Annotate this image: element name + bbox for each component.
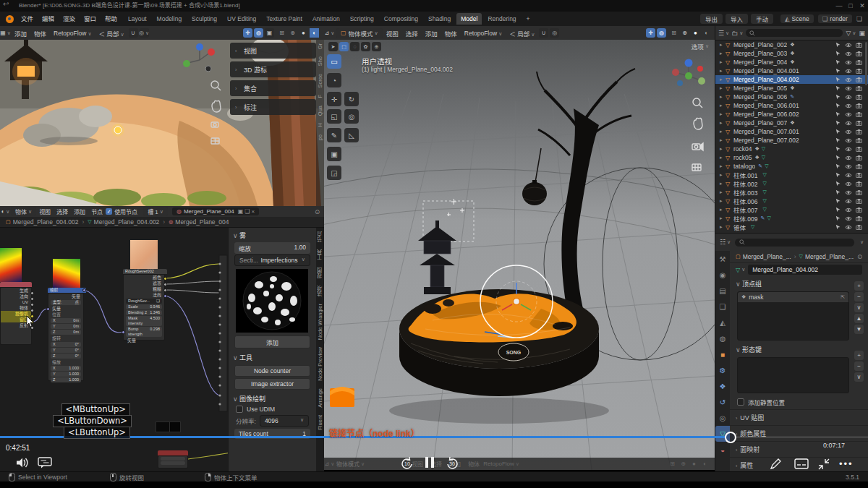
workspace-tab[interactable]: Scripting — [346, 13, 378, 25]
side-tab[interactable]: 选项 — [316, 282, 324, 300]
selectable-icon[interactable] — [835, 198, 841, 204]
topbar-action-button[interactable]: 导入 — [726, 14, 748, 24]
material-shading-icon[interactable]: ● — [299, 28, 308, 38]
outliner-row[interactable]: ▸ ▽ rock05 — [715, 153, 868, 162]
rest-position-checkbox[interactable]: 添加静置位置 — [730, 395, 868, 409]
library-panel-header[interactable]: ∨ 雾 — [229, 228, 316, 241]
node-editor-menu-item[interactable]: 添加 — [71, 207, 88, 215]
expand-caret-icon[interactable]: ▸ — [720, 111, 726, 117]
tab-object[interactable]: ■ — [715, 346, 730, 362]
render-camera-icon[interactable] — [856, 60, 862, 65]
expand-caret-icon[interactable]: ▸ — [720, 68, 726, 74]
render-camera-icon[interactable] — [856, 164, 862, 169]
minimize-button[interactable]: — — [833, 0, 845, 12]
topbar-menu-item[interactable]: 渲染 — [59, 12, 80, 26]
selectable-icon[interactable] — [835, 77, 841, 82]
value-slider[interactable]: X0m — [51, 318, 81, 323]
selectable-icon[interactable] — [835, 172, 841, 178]
render-camera-icon[interactable] — [856, 43, 862, 48]
note-pencil-icon[interactable] — [769, 458, 782, 471]
value-slider[interactable]: Z0° — [51, 354, 81, 359]
selectable-icon[interactable] — [835, 137, 841, 143]
breadcrumb-object[interactable]: Merged_Plane_004.002 — [13, 218, 79, 226]
selectable-icon[interactable] — [835, 155, 841, 160]
outliner-row[interactable]: ▸ ▽ Merged_Plane_006.001 — [715, 101, 868, 110]
udim-checkbox[interactable]: Use UDIM — [229, 405, 316, 414]
mapping-node-header[interactable]: 映射 — [48, 288, 86, 293]
outliner-row[interactable]: ▸ ▽ Merged_Plane_007 — [715, 119, 868, 127]
side-tab[interactable]: 工具 — [316, 246, 324, 264]
object-name[interactable]: 柱体.009 — [733, 214, 758, 223]
render-camera-icon[interactable] — [856, 199, 862, 204]
remove-button[interactable]: − — [854, 361, 864, 371]
volume-icon[interactable] — [16, 457, 29, 468]
tweak-tool-icon[interactable]: ➤ — [328, 42, 338, 51]
copy-icon[interactable]: ❏ — [244, 208, 250, 215]
texcoord-node-header[interactable] — [0, 282, 32, 287]
editor-type-icon[interactable]: ☷∨ — [720, 239, 731, 246]
view-layer-selector[interactable]: ❏ render — [818, 14, 852, 23]
viewport-menu-item[interactable]: 物体 — [441, 29, 461, 38]
shader-type-dropdown[interactable]: 物体∨ — [11, 207, 36, 216]
remove-button[interactable]: − — [854, 292, 864, 301]
close-button[interactable]: ✕ — [856, 0, 868, 12]
object-name[interactable]: Merged_Plane_007 — [733, 119, 787, 127]
viewport-menu-item[interactable]: 视图 — [383, 29, 402, 38]
select-circle-tool-icon[interactable]: ◌ — [350, 42, 359, 51]
workspace-tab[interactable]: Texture Paint — [262, 13, 307, 25]
breadcrumb-data[interactable]: Merged_Plane_004.002 — [94, 218, 160, 226]
pin-icon[interactable]: ⊙ — [857, 253, 862, 260]
side-tab[interactable]: Fluent — [317, 411, 323, 434]
expand-caret-icon[interactable]: ▸ — [720, 85, 726, 91]
outliner-row[interactable]: ▸ ▽ 柱体.002 — [715, 179, 868, 188]
npanel-section[interactable]: ›标注 — [230, 99, 316, 115]
collapsed-panel[interactable]: ›UV 贴图 — [730, 409, 868, 425]
orientation-dropdown[interactable]: ＜ 局部∨ — [506, 29, 538, 38]
wireframe-shading-icon[interactable]: ⊞ — [277, 28, 286, 38]
selectable-icon[interactable] — [835, 215, 841, 221]
expand-caret-icon[interactable]: ▸ — [720, 181, 726, 187]
render-camera-icon[interactable] — [856, 77, 862, 82]
side-tab[interactable]: 节点 — [316, 228, 324, 246]
group-input-slider[interactable]: Bump strength0.298 — [126, 327, 162, 337]
add-texture-button[interactable]: 添加 — [234, 335, 310, 348]
visibility-eye-icon[interactable] — [845, 138, 852, 143]
value-slider[interactable]: Y1.000 — [51, 372, 81, 377]
side-tab[interactable]: Sho — [317, 53, 323, 69]
blender-logo-icon[interactable] — [6, 15, 14, 23]
lock-icon[interactable]: ⇱ — [841, 294, 845, 300]
orientation-dropdown[interactable]: ＜ 局部∨ — [95, 29, 128, 38]
outliner-search-input[interactable] — [746, 29, 843, 37]
navigation-gizmo[interactable] — [671, 59, 706, 93]
node-output-socket[interactable]: 遮罩 — [124, 281, 164, 286]
workspace-tab[interactable]: Modeling — [153, 13, 187, 25]
workspace-tab[interactable]: Sculpting — [187, 13, 221, 25]
new-view-layer-icon[interactable]: ❏ — [856, 15, 862, 22]
vector-output[interactable]: 矢量 — [48, 294, 83, 299]
object-name[interactable]: rock04 — [733, 145, 752, 153]
options-dropdown[interactable]: 选项∨ — [692, 42, 709, 51]
transform-tool[interactable]: ◎ — [344, 109, 359, 124]
render-camera-icon[interactable] — [856, 112, 862, 117]
object-name[interactable]: Merged_Plane_007.002 — [733, 137, 799, 144]
slot-dropdown[interactable]: 槽 1∨ — [143, 207, 168, 216]
solid-shading-icon[interactable]: ⊕ — [288, 28, 297, 38]
workspace-tab[interactable]: + — [522, 13, 535, 25]
editor-type-icon[interactable]: ⊿∨ — [325, 28, 334, 38]
object-name[interactable]: Merged_Plane_007.001 — [733, 128, 799, 135]
texture-sphere-preview[interactable] — [236, 269, 308, 333]
image-paint-panel-header[interactable]: ∨ 图像绘制 — [229, 391, 316, 405]
add-button[interactable]: + — [854, 281, 864, 291]
object-name[interactable]: Merged_Plane_004 — [733, 59, 787, 66]
selectable-icon[interactable] — [835, 189, 841, 195]
pin-icon[interactable]: ⊙ — [315, 208, 320, 215]
expand-caret-icon[interactable]: ▸ — [720, 198, 726, 204]
render-camera-icon[interactable] — [856, 51, 862, 56]
selectable-icon[interactable] — [835, 181, 841, 187]
show-gizmo-icon[interactable]: ✛ — [243, 28, 252, 38]
workspace-tab[interactable]: Animation — [308, 13, 344, 25]
value-slider[interactable]: Y0m — [51, 324, 81, 329]
visibility-eye-icon[interactable] — [845, 173, 852, 178]
workspace-tab[interactable]: UV Editing — [223, 13, 260, 25]
more-options-icon[interactable]: ••• — [839, 458, 854, 469]
